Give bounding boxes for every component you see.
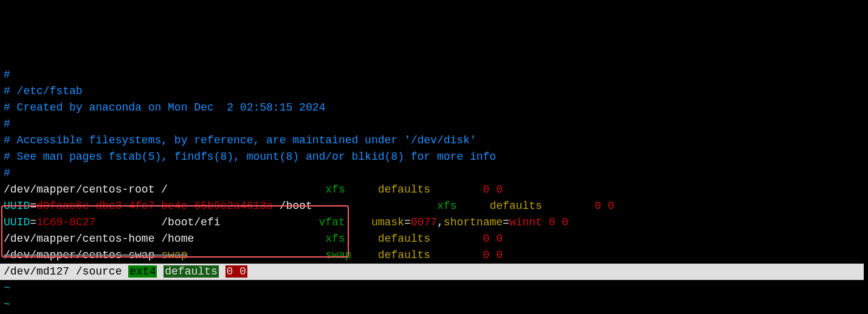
comment-line: # bbox=[4, 118, 10, 130]
comment-line: # Accessible filesystems, by reference, … bbox=[4, 134, 477, 146]
mount-opts: defaults bbox=[378, 233, 430, 245]
fstab-row-efi: UUID=1C69-8C27 /boot/efi vfat umask=0077… bbox=[4, 216, 568, 228]
dump-pass: 0 0 bbox=[594, 200, 614, 212]
opt-shortname-val: winnt bbox=[509, 216, 542, 228]
swap-mnt: swap bbox=[161, 249, 187, 261]
fstab-row-root: /dev/mapper/centos-root / xfs defaults 0… bbox=[4, 183, 503, 196]
device-path: /dev/md127 /source bbox=[4, 265, 128, 278]
fs-type: xfs bbox=[437, 200, 456, 212]
opt-umask-key: umask bbox=[371, 216, 404, 228]
uuid-key: UUID bbox=[4, 216, 30, 228]
comment-line: # See man pages fstab(5), findfs(8), mou… bbox=[4, 151, 496, 163]
vim-tilde: ~ bbox=[4, 298, 10, 310]
mount-point: /boot/efi bbox=[161, 216, 220, 228]
device-path: /dev/mapper/centos-home /home bbox=[4, 233, 194, 245]
fstab-row-home: /dev/mapper/centos-home /home xfs defaul… bbox=[4, 233, 503, 245]
dump-pass: 0 0 bbox=[483, 249, 503, 261]
device-path: /dev/mapper/centos-root / bbox=[4, 183, 168, 196]
uuid-key: UUID bbox=[4, 200, 30, 212]
comment-line: # Created by anaconda on Mon Dec 2 02:58… bbox=[4, 101, 325, 114]
opt-shortname-key: shortname bbox=[444, 216, 503, 228]
opt-umask-val: 0077 bbox=[411, 216, 437, 228]
mount-opts: defaults bbox=[378, 249, 430, 261]
vim-tilde: ~ bbox=[4, 282, 10, 294]
device-path: /dev/mapper/centos-swap bbox=[4, 249, 161, 261]
comment-line: # bbox=[4, 167, 10, 179]
fstab-row-swap: /dev/mapper/centos-swap swap swap defaul… bbox=[4, 249, 503, 261]
dump-pass: 0 0 bbox=[226, 265, 247, 278]
comment-line: # bbox=[4, 69, 10, 81]
fs-type: vfat bbox=[319, 216, 345, 228]
uuid-value: d0faac6e-dbc3-4fc7-be4c-65b9c2a4613a bbox=[36, 200, 273, 212]
uuid-value: 1C69-8C27 bbox=[36, 216, 95, 228]
comment-line: # /etc/fstab bbox=[4, 85, 83, 97]
dump-pass: 0 0 bbox=[483, 233, 503, 245]
fs-type: xfs bbox=[325, 233, 345, 245]
mount-point: /boot bbox=[273, 200, 312, 212]
dump-pass: 0 0 bbox=[549, 216, 568, 228]
dump-pass: 0 0 bbox=[483, 183, 503, 196]
mount-opts: defaults bbox=[378, 183, 430, 196]
fs-type: ext4 bbox=[128, 265, 157, 278]
mount-opts: defaults bbox=[489, 200, 542, 212]
fs-type: swap bbox=[325, 249, 351, 261]
fstab-row-new-cursor[interactable]: /dev/md127 /source ext4 defaults 0 0 bbox=[0, 264, 864, 280]
fstab-row-boot: UUID=d0faac6e-dbc3-4fc7-be4c-65b9c2a4613… bbox=[4, 200, 615, 212]
fs-type: xfs bbox=[325, 183, 345, 196]
mount-opts: defaults bbox=[164, 265, 218, 278]
